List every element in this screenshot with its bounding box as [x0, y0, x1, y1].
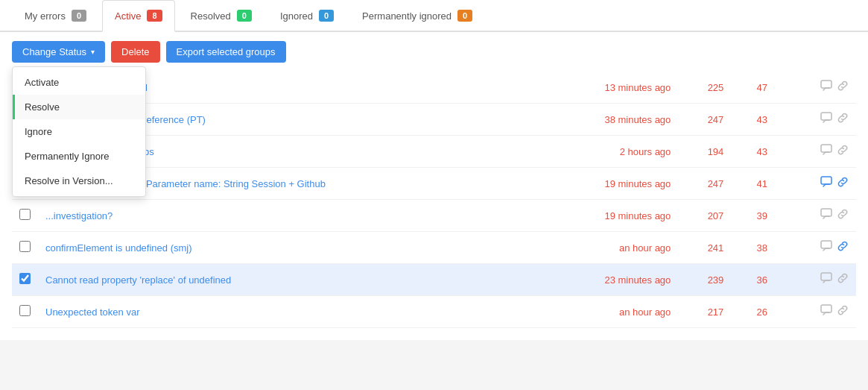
tab-resolved[interactable]: Resolved 0 — [178, 0, 264, 31]
error-count1: 207 — [678, 200, 731, 232]
error-time: 2 hours ago — [540, 136, 678, 168]
link-icon[interactable] — [837, 112, 849, 127]
tab-permanently-ignored[interactable]: Permanently ignored 0 — [349, 0, 485, 31]
link-icon[interactable] — [837, 272, 849, 287]
error-actions — [775, 296, 856, 328]
dropdown-item-activate[interactable]: Activate — [13, 70, 145, 95]
tab-ignored-badge: 0 — [319, 10, 334, 22]
dropdown-permanently-ignore-label: Permanently Ignore — [25, 151, 109, 162]
svg-rect-7 — [821, 305, 831, 312]
comment-icon[interactable] — [820, 272, 832, 287]
link-icon[interactable] — [837, 176, 849, 191]
dropdown-resolve-label: Resolve — [25, 101, 60, 113]
table-row: confirmElement is undefined (smj)an hour… — [12, 232, 856, 264]
comment-icon[interactable] — [820, 240, 832, 255]
error-time: 13 minutes ago — [540, 72, 678, 104]
svg-rect-5 — [821, 241, 831, 248]
svg-rect-0 — [821, 81, 831, 88]
svg-rect-2 — [821, 145, 831, 152]
export-label: Export selected groups — [177, 46, 276, 57]
row-checkbox[interactable] — [19, 305, 31, 316]
tab-active-label: Active — [115, 10, 141, 22]
error-count1: 247 — [678, 168, 731, 200]
error-count1: 217 — [678, 296, 731, 328]
delete-label: Delete — [121, 46, 150, 57]
error-count2: 36 — [731, 264, 775, 296]
error-actions — [775, 264, 856, 296]
tab-permanently-ignored-label: Permanently ignored — [362, 10, 452, 22]
error-count2: 39 — [731, 200, 775, 232]
comment-icon[interactable] — [820, 176, 832, 191]
dropdown-activate-label: Activate — [25, 77, 59, 88]
dropdown-item-permanently-ignore[interactable]: Permanently Ignore — [13, 144, 145, 169]
error-actions — [775, 136, 856, 168]
table-row: Cannot read property 'replace' of undefi… — [12, 264, 856, 296]
error-count1: 194 — [678, 136, 731, 168]
dropdown-item-resolve-in-version[interactable]: Resolve in Version... — [13, 169, 145, 193]
error-count1: 225 — [678, 72, 731, 104]
comment-icon[interactable] — [820, 80, 832, 95]
error-link[interactable]: Cannot read property 'replace' of undefi… — [45, 274, 231, 286]
dropdown-resolve-in-version-label: Resolve in Version... — [25, 175, 113, 186]
tab-my-errors-badge: 0 — [72, 10, 86, 22]
error-actions — [775, 200, 856, 232]
error-time: 23 minutes ago — [540, 264, 678, 296]
comment-icon[interactable] — [820, 304, 832, 319]
error-link[interactable]: Unexpected token var — [45, 306, 139, 318]
link-icon[interactable] — [837, 80, 849, 95]
change-status-dropdown: Activate Resolve Ignore Permanently Igno… — [12, 66, 146, 197]
error-actions — [775, 72, 856, 104]
link-icon[interactable] — [837, 208, 849, 223]
error-time: 19 minutes ago — [540, 168, 678, 200]
error-time: an hour ago — [540, 232, 678, 264]
comment-icon[interactable] — [820, 144, 832, 159]
error-count2: 26 — [731, 296, 775, 328]
delete-button[interactable]: Delete — [111, 41, 160, 63]
svg-rect-6 — [821, 273, 831, 280]
error-link[interactable]: ...investigation? — [45, 210, 113, 221]
error-count1: 241 — [678, 232, 731, 264]
svg-rect-4 — [821, 209, 831, 216]
tab-active[interactable]: Active 8 — [102, 0, 175, 32]
link-icon[interactable] — [837, 240, 849, 255]
comment-icon[interactable] — [820, 112, 832, 127]
error-link[interactable]: confirmElement is undefined (smj) — [45, 242, 192, 254]
error-actions — [775, 232, 856, 264]
row-checkbox[interactable] — [19, 209, 31, 220]
error-count1: 247 — [678, 104, 731, 136]
svg-rect-1 — [821, 113, 831, 120]
row-checkbox-cell — [12, 232, 38, 264]
tab-resolved-label: Resolved — [191, 10, 231, 22]
svg-rect-3 — [821, 177, 831, 184]
toolbar: Change Status ▾ Delete Export selected g… — [0, 32, 868, 72]
export-button[interactable]: Export selected groups — [166, 41, 286, 63]
chevron-down-icon: ▾ — [91, 48, 95, 56]
main-container: My errors 0 Active 8 Resolved 0 Ignored … — [0, 0, 868, 340]
dropdown-ignore-label: Ignore — [25, 126, 52, 137]
error-count2: 43 — [731, 136, 775, 168]
error-count1: 239 — [678, 264, 731, 296]
tabs-bar: My errors 0 Active 8 Resolved 0 Ignored … — [0, 0, 868, 32]
change-status-label: Change Status — [22, 46, 86, 57]
tab-ignored[interactable]: Ignored 0 — [267, 0, 346, 31]
link-icon[interactable] — [837, 144, 849, 159]
row-checkbox-cell — [12, 200, 38, 232]
error-count2: 38 — [731, 232, 775, 264]
error-cell: ...investigation? — [38, 200, 540, 232]
row-checkbox-cell — [12, 264, 38, 296]
dropdown-item-resolve[interactable]: Resolve — [13, 95, 145, 119]
tab-resolved-badge: 0 — [237, 10, 252, 22]
row-checkbox[interactable] — [19, 241, 31, 252]
error-count2: 41 — [731, 168, 775, 200]
error-time: 19 minutes ago — [540, 200, 678, 232]
dropdown-item-ignore[interactable]: Ignore — [13, 119, 145, 144]
error-time: 38 minutes ago — [540, 104, 678, 136]
tab-my-errors[interactable]: My errors 0 — [12, 0, 99, 31]
error-count2: 47 — [731, 72, 775, 104]
change-status-button[interactable]: Change Status ▾ — [12, 41, 105, 63]
row-checkbox[interactable] — [19, 273, 31, 284]
link-icon[interactable] — [837, 304, 849, 319]
error-time: an hour ago — [540, 296, 678, 328]
comment-icon[interactable] — [820, 208, 832, 223]
error-cell: Unexpected token var — [38, 296, 540, 328]
